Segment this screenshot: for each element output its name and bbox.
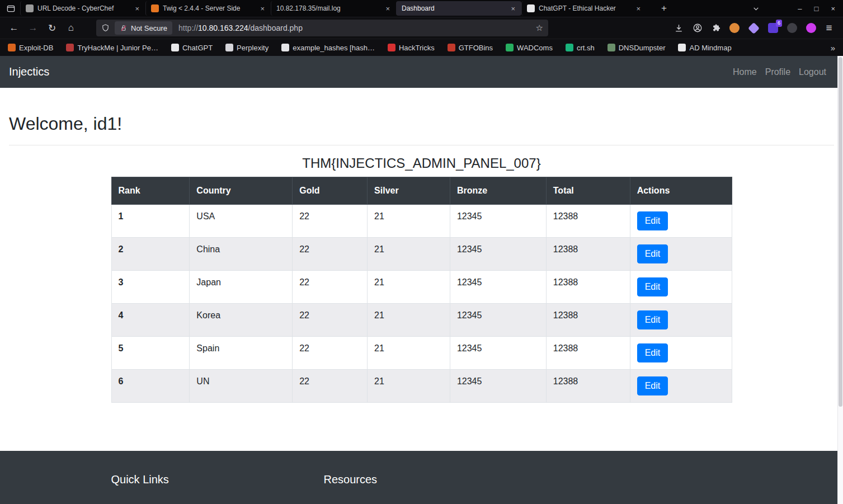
table-row: 5 Spain 22 21 12345 12388 Edit [111, 337, 732, 370]
tab-close-icon[interactable]: × [510, 4, 516, 13]
bookmark-item[interactable]: example_hashes [hash… [281, 44, 375, 52]
extension-icon[interactable] [806, 23, 816, 33]
table-header-cell: Silver [368, 177, 450, 205]
forward-icon[interactable]: → [23, 20, 43, 36]
edit-button[interactable]: Edit [637, 277, 668, 296]
bookmark-favicon-icon [678, 44, 686, 51]
edit-button[interactable]: Edit [637, 211, 668, 230]
browser-tab[interactable]: Twig < 2.4.4 - Server Side × [145, 1, 271, 16]
silver-cell: 21 [368, 370, 450, 403]
tab-favicon-icon [151, 4, 159, 12]
tab-title: Twig < 2.4.4 - Server Side [163, 4, 255, 12]
not-secure-chip[interactable]: Not Secure [115, 21, 172, 35]
account-icon[interactable] [688, 20, 707, 36]
bookmark-label: TryHackMe | Junior Pe… [77, 44, 158, 52]
new-tab-button[interactable]: + [657, 3, 671, 14]
brand-link[interactable]: Injectics [9, 65, 49, 78]
tab-close-icon[interactable]: × [635, 4, 642, 13]
table-body: 1 USA 22 21 12345 12388 Edit 2 [111, 205, 732, 403]
tab-list-chevron-icon[interactable] [752, 5, 760, 12]
country-cell: Spain [190, 337, 293, 370]
bookmark-favicon-icon [171, 44, 179, 51]
bookmark-label: AD Mindmap [689, 44, 731, 52]
browser-tab[interactable]: URL Decode - CyberChef × [20, 1, 145, 16]
bookmark-item[interactable]: crt.sh [566, 44, 595, 52]
total-cell: 12388 [546, 205, 630, 238]
home-icon[interactable]: ⌂ [62, 20, 81, 36]
bookmark-item[interactable]: WADComs [506, 44, 553, 52]
browser-tab[interactable]: 10.82.178.35/mail.log × [271, 1, 396, 16]
bookmark-item[interactable]: GTFOBins [448, 44, 493, 52]
nav-link[interactable]: Home [733, 67, 757, 77]
country-cell: China [190, 238, 293, 271]
nav-link[interactable]: Profile [765, 67, 790, 77]
table-header-cell: Gold [293, 177, 368, 205]
extension-area: 6 [726, 20, 820, 36]
extension-icon[interactable]: 6 [768, 23, 778, 33]
nav-link[interactable]: Logout [799, 67, 826, 77]
reload-icon[interactable]: ↻ [43, 20, 62, 36]
table-header-cell: Bronze [450, 177, 546, 205]
divider [9, 145, 834, 145]
tab-close-icon[interactable]: × [259, 4, 266, 13]
scrollbar-thumb[interactable] [839, 57, 842, 407]
extensions-puzzle-icon[interactable] [707, 20, 726, 36]
bookmarks-overflow-icon[interactable]: » [831, 43, 835, 53]
browser-tab[interactable]: ChatGPT - Ethical Hacker × [521, 1, 647, 16]
menu-icon[interactable]: ≡ [820, 20, 839, 36]
country-cell: Japan [190, 271, 293, 304]
maximize-icon[interactable]: □ [814, 4, 819, 13]
silver-cell: 21 [368, 238, 450, 271]
window-close-icon[interactable]: × [831, 4, 835, 13]
tab-close-icon[interactable]: × [134, 4, 140, 13]
rank-cell: 2 [111, 238, 190, 271]
browser-tab[interactable]: Dashboard × [396, 1, 521, 16]
country-cell: USA [190, 205, 293, 238]
table-row: 6 UN 22 21 12345 12388 Edit [111, 370, 732, 403]
table-header-cell: Country [190, 177, 293, 205]
bookmark-label: crt.sh [577, 44, 595, 52]
silver-cell: 21 [368, 205, 450, 238]
bookmark-star-icon[interactable]: ☆ [536, 23, 543, 33]
back-icon[interactable]: ← [4, 20, 23, 36]
bookmark-favicon-icon [566, 44, 573, 51]
nav-links: Home Profile Logout [733, 67, 834, 77]
page-scrollbar[interactable] [837, 56, 843, 504]
extension-badge: 6 [776, 20, 782, 27]
actions-cell: Edit [630, 370, 732, 403]
url-bar[interactable]: Not Secure http://10.80.163.224/dashboar… [96, 20, 548, 36]
edit-button[interactable]: Edit [637, 343, 668, 362]
tab-close-icon[interactable]: × [384, 4, 391, 13]
minimize-icon[interactable]: – [798, 4, 802, 13]
tab-favicon-icon [527, 4, 535, 12]
firefox-view-icon[interactable] [3, 2, 18, 15]
bookmark-item[interactable]: DNSDumpster [607, 44, 666, 52]
tracking-shield-icon[interactable] [101, 23, 110, 32]
extension-icon[interactable] [729, 23, 740, 33]
total-cell: 12388 [546, 238, 630, 271]
country-cell: Korea [190, 304, 293, 337]
tab-bar: URL Decode - CyberChef × Twig < 2.4.4 - … [0, 0, 843, 17]
extension-icon[interactable] [787, 23, 797, 33]
bookmark-item[interactable]: AD Mindmap [678, 44, 731, 52]
total-cell: 12388 [546, 337, 630, 370]
bookmark-item[interactable]: ChatGPT [171, 44, 213, 52]
bookmark-item[interactable]: HackTricks [388, 44, 435, 52]
bookmark-item[interactable]: Perplexity [225, 44, 269, 52]
bookmark-item[interactable]: Exploit-DB [8, 44, 53, 52]
edit-button[interactable]: Edit [637, 244, 668, 263]
table-header-cell: Total [546, 177, 630, 205]
edit-button[interactable]: Edit [637, 310, 668, 329]
bookmark-favicon-icon [448, 44, 455, 51]
site-navbar: Injectics Home Profile Logout [0, 56, 843, 88]
bookmark-label: HackTricks [399, 44, 435, 52]
bookmark-item[interactable]: TryHackMe | Junior Pe… [66, 44, 158, 52]
download-icon[interactable] [669, 20, 688, 36]
gold-cell: 22 [293, 205, 368, 238]
bronze-cell: 12345 [450, 337, 546, 370]
medals-table: Rank Country Gold Silver Bronze Total [111, 177, 732, 403]
edit-button[interactable]: Edit [637, 376, 668, 395]
actions-cell: Edit [630, 238, 732, 271]
total-cell: 12388 [546, 271, 630, 304]
extension-icon[interactable] [748, 22, 760, 34]
